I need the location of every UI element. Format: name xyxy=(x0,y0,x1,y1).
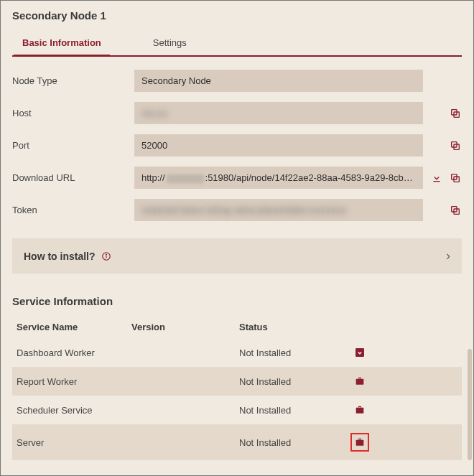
table-header: Service Name Version Status xyxy=(12,316,462,338)
port-label: Port xyxy=(12,140,127,151)
service-name: Report Worker xyxy=(17,376,131,387)
service-name: Dashboard Worker xyxy=(17,347,131,358)
how-to-install-accordion[interactable]: How to install? › xyxy=(12,238,462,274)
download-url-label: Download URL xyxy=(12,172,127,183)
service-name: Server xyxy=(17,437,131,448)
table-row: Report Worker Not Installed xyxy=(12,367,462,396)
host-value: xxx.xx xyxy=(134,102,423,124)
download-url-suffix: :51980/api/node/14f22ae2-88aa-4583-9a29-… xyxy=(205,172,423,183)
download-url-prefix: http:// xyxy=(141,172,165,183)
copy-icon[interactable] xyxy=(449,172,462,185)
service-name: Scheduler Service xyxy=(17,405,131,416)
host-label: Host xyxy=(12,108,127,118)
briefcase-icon[interactable] xyxy=(350,433,369,452)
service-status: Not Installed xyxy=(239,437,354,448)
service-status: Not Installed xyxy=(239,347,354,358)
table-row: Scheduler Service Not Installed xyxy=(12,396,462,424)
download-url-value: http://:51980/api/node/14f22ae2-88aa-458… xyxy=(134,167,423,189)
copy-icon[interactable] xyxy=(449,107,462,120)
accordion-title: How to install? xyxy=(24,251,96,262)
svg-point-10 xyxy=(106,254,106,255)
service-table: Service Name Version Status Dashboard Wo… xyxy=(12,316,462,460)
col-version: Version xyxy=(131,322,239,332)
table-row: Server Not Installed xyxy=(12,424,462,460)
port-value: 52000 xyxy=(134,134,423,157)
col-service-name: Service Name xyxy=(17,322,131,332)
node-type-value: Secondary Node xyxy=(134,70,423,92)
col-status: Status xyxy=(239,322,354,332)
service-status: Not Installed xyxy=(239,376,354,387)
tabs: Basic Information Settings xyxy=(12,32,462,57)
download-url-redacted xyxy=(167,174,204,183)
tab-basic-information[interactable]: Basic Information xyxy=(18,32,106,55)
form-basic-info: Node Type Secondary Node Host xxx.xx Por… xyxy=(12,70,462,221)
page-title: Secondary Node 1 xyxy=(12,9,462,22)
scrollbar[interactable] xyxy=(468,349,472,460)
copy-icon[interactable] xyxy=(449,204,462,217)
briefcase-icon[interactable] xyxy=(354,375,366,387)
service-information-title: Service Information xyxy=(12,295,462,307)
token-label: Token xyxy=(12,205,127,215)
download-icon[interactable] xyxy=(430,172,443,185)
info-icon xyxy=(101,251,111,261)
svg-rect-11 xyxy=(356,348,364,357)
copy-icon[interactable] xyxy=(449,139,462,152)
node-type-label: Node Type xyxy=(12,75,127,86)
service-status: Not Installed xyxy=(239,405,354,416)
chevron-right-icon: › xyxy=(446,248,450,263)
briefcase-icon[interactable] xyxy=(354,404,366,416)
download-square-icon[interactable] xyxy=(354,347,366,358)
tab-settings[interactable]: Settings xyxy=(149,32,191,55)
token-value: redacted-token-string-value-placeholder-… xyxy=(134,199,423,221)
table-row: Dashboard Worker Not Installed xyxy=(12,338,462,367)
